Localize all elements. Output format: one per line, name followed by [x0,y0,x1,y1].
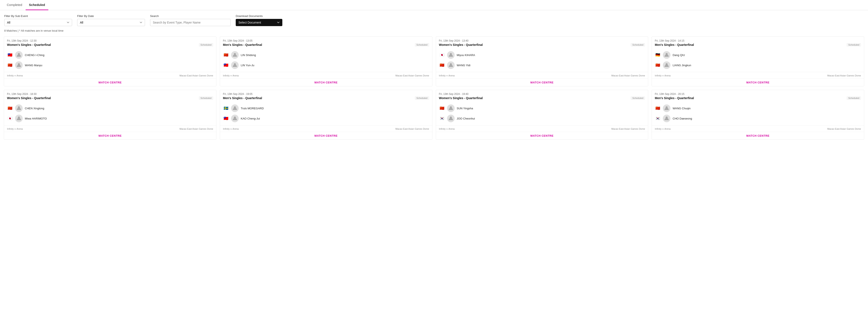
player-row: 🇸🇪 Truls MOREGARD [223,103,429,113]
player-name: SUN Yingsha [457,107,473,110]
match-card: Fri, 13th Sep 2024 - 14:15 Men's Singles… [652,36,864,86]
venue-left: Infinity ∞ Arena [655,74,671,77]
match-header: Fri, 13th Sep 2024 - 20:15 Men's Singles… [652,90,864,102]
player-avatar [663,115,671,122]
venue-left: Infinity ∞ Arena [223,74,239,77]
player-name: WANG Manyu [25,64,42,67]
player-flag: 🇨🇳 [655,106,661,110]
tab-scheduled[interactable]: Scheduled [26,0,49,10]
player-avatar [447,51,455,59]
player-flag: 🇯🇵 [7,116,13,120]
match-centre-button[interactable]: MATCH CENTRE [220,79,432,86]
player-row: 🇯🇵 Miyuu KIHARA [439,50,645,60]
player-name: Dang QIU [673,54,685,57]
match-card: Fri, 13th Sep 2024 - 18:30 Women's Singl… [4,90,216,140]
match-title: Men's Singles - Quarterfinal [223,97,262,100]
player-flag: 🇨🇳 [7,63,13,67]
player-name: LIANG Jingkun [673,64,691,67]
match-status: Scheduled [415,43,429,47]
venue-left: Infinity ∞ Arena [7,74,23,77]
player-flag: 🇨🇳 [7,106,13,110]
download-select[interactable]: Select Document [236,19,282,26]
player-avatar [15,61,23,69]
player-row: 🇹🇼 LIN Yun-Ju [223,60,429,70]
match-centre-button[interactable]: MATCH CENTRE [220,132,432,139]
player-name: Miwa HARIMOTO [25,117,47,120]
match-datetime: Fri, 13th Sep 2024 - 19:40 [439,92,645,95]
player-row: 🇨🇳 WANG Chuqin [655,103,861,113]
filter-sub-event-label: Filter By Sub Event [4,15,72,18]
match-centre-button[interactable]: MATCH CENTRE [4,132,216,139]
player-row: 🇨🇳 WANG Manyu [7,60,213,70]
match-datetime: Fri, 13th Sep 2024 - 13:05 [223,39,429,42]
match-centre-button[interactable]: MATCH CENTRE [652,79,864,86]
player-avatar [663,61,671,69]
player-avatar [663,51,671,59]
filter-sub-event-select[interactable]: All [4,19,72,26]
venue-right: Macao East Asian Games Dome [180,128,213,130]
match-players: 🇯🇵 Miyuu KIHARA 🇨🇳 WANG Yidi [436,48,648,72]
match-status: Scheduled [630,97,645,100]
player-name: LIN Shidong [241,54,256,57]
match-players: 🇩🇪 Dang QIU 🇨🇳 LIANG Jingkun [652,48,864,72]
match-header: Fri, 13th Sep 2024 - 18:30 Women's Singl… [4,90,216,102]
tabs-container: Completed Scheduled [0,0,868,10]
match-datetime: Fri, 13th Sep 2024 - 13:40 [439,39,645,42]
player-flag: 🇹🇼 [223,63,229,67]
match-datetime: Fri, 13th Sep 2024 - 20:15 [655,92,861,95]
search-input[interactable] [150,19,230,26]
player-row: 🇨🇳 SUN Yingsha [439,103,645,113]
player-row: 🇨🇳 WANG Yidi [439,60,645,70]
filter-sub-event: Filter By Sub Event All [4,15,72,26]
player-avatar [15,115,23,122]
match-players: 🇨🇳 LIN Shidong 🇹🇼 LIN Yun-Ju [220,48,432,72]
player-flag: 🇰🇷 [439,116,445,120]
match-header: Fri, 13th Sep 2024 - 13:40 Women's Singl… [436,37,648,48]
player-row: 🇨🇳 CHEN Xingtong [7,103,213,113]
player-row: 🇯🇵 Miwa HARIMOTO [7,113,213,124]
filter-date-select[interactable]: All [77,19,145,26]
match-centre-button[interactable]: MATCH CENTRE [436,132,648,139]
match-title-row: Men's Singles - Quarterfinal Scheduled [655,97,861,100]
player-flag: 🇸🇪 [223,106,229,110]
match-venue: Infinity ∞ Arena Macao East Asian Games … [652,72,864,79]
player-name: Truls MOREGARD [241,107,264,110]
player-row: 🇨🇳 LIANG Jingkun [655,60,861,70]
player-row: 🇹🇼 KAO Cheng-Jui [223,113,429,124]
player-name: CHENG I-Ching [25,54,44,57]
venue-right: Macao East Asian Games Dome [827,74,861,77]
player-name: CHEN Xingtong [25,107,44,110]
match-venue: Infinity ∞ Arena Macao East Asian Games … [4,72,216,79]
matches-info: 8 Matches | * All matches are in venue l… [0,28,868,35]
match-header: Fri, 13th Sep 2024 - 12:30 Women's Singl… [4,37,216,48]
match-centre-button[interactable]: MATCH CENTRE [652,132,864,139]
player-name: JOO Cheonhui [457,117,475,120]
match-centre-button[interactable]: MATCH CENTRE [436,79,648,86]
venue-right: Macao East Asian Games Dome [396,128,429,130]
match-title-row: Men's Singles - Quarterfinal Scheduled [223,97,429,100]
match-datetime: Fri, 13th Sep 2024 - 18:30 [7,92,213,95]
match-status: Scheduled [199,97,213,100]
match-venue: Infinity ∞ Arena Macao East Asian Games … [220,72,432,79]
player-avatar [231,104,239,112]
player-flag: 🇨🇳 [223,53,229,57]
match-datetime: Fri, 13th Sep 2024 - 19:05 [223,92,429,95]
match-card: Fri, 13th Sep 2024 - 19:05 Men's Singles… [220,90,432,140]
tab-completed[interactable]: Completed [3,0,26,10]
match-players: 🇸🇪 Truls MOREGARD 🇹🇼 KAO Cheng-Jui [220,102,432,125]
player-flag: 🇨🇳 [655,63,661,67]
player-avatar [663,104,671,112]
match-centre-button[interactable]: MATCH CENTRE [4,79,216,86]
player-avatar [447,61,455,69]
match-card: Fri, 13th Sep 2024 - 13:40 Women's Singl… [436,36,648,86]
match-title: Women's Singles - Quarterfinal [7,43,51,47]
player-flag: 🇨🇳 [439,106,445,110]
player-avatar [15,104,23,112]
player-avatar [447,115,455,122]
venue-left: Infinity ∞ Arena [7,128,23,130]
match-players: 🇨🇳 SUN Yingsha 🇰🇷 JOO Cheonhui [436,102,648,125]
match-card: Fri, 13th Sep 2024 - 12:30 Women's Singl… [4,36,216,86]
match-title: Men's Singles - Quarterfinal [655,43,694,47]
venue-right: Macao East Asian Games Dome [611,74,645,77]
match-venue: Infinity ∞ Arena Macao East Asian Games … [4,125,216,132]
